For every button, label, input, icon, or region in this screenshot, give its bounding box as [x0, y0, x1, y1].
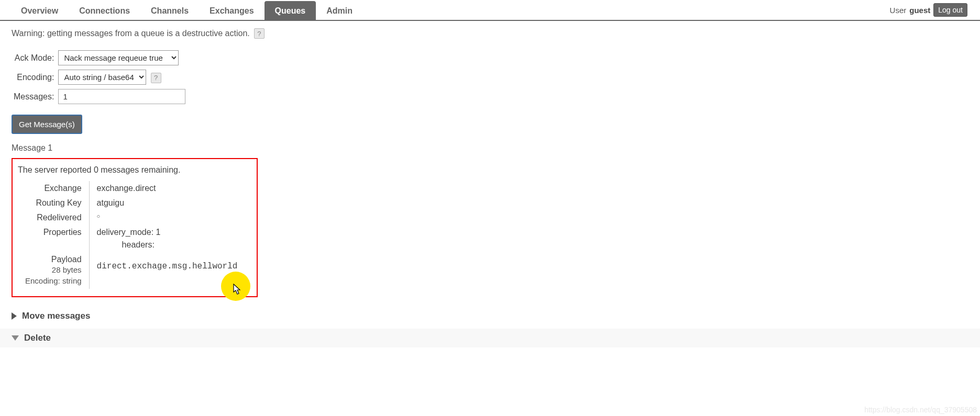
ack-mode-label: Ack Mode: — [12, 48, 56, 68]
payload-label: Payload — [25, 255, 82, 264]
redelivered-label: Redelivered — [18, 210, 89, 225]
cursor-icon — [233, 284, 242, 295]
user-name: guest — [909, 6, 930, 15]
message-heading: Message 1 — [12, 143, 968, 153]
properties-label: Properties — [18, 225, 89, 252]
user-label: User — [890, 6, 907, 15]
delivery-mode-value: delivery_mode: 1 — [97, 228, 161, 237]
tabs-bar: Overview Connections Channels Exchanges … — [0, 0, 980, 21]
exchange-label: Exchange — [18, 181, 89, 196]
tab-channels[interactable]: Channels — [140, 1, 199, 20]
get-messages-form: Ack Mode: Nack message requeue true Enco… — [12, 48, 188, 106]
payload-size: 28 bytes — [25, 264, 82, 275]
ack-mode-select[interactable]: Nack message requeue true — [58, 50, 179, 65]
routing-key-value: atguigu — [89, 196, 245, 210]
remaining-text: The server reported 0 messages remaining… — [18, 165, 249, 175]
chevron-right-icon — [12, 312, 17, 320]
chevron-down-icon — [12, 335, 19, 341]
warning-help-icon[interactable]: ? — [254, 28, 265, 39]
tab-queues[interactable]: Queues — [265, 1, 316, 20]
routing-key-label: Routing Key — [18, 196, 89, 210]
payload-label-cell: Payload 28 bytes Encoding: string — [18, 252, 89, 289]
cursor-highlight-icon — [221, 272, 250, 301]
tab-connections[interactable]: Connections — [69, 1, 140, 20]
tab-exchanges[interactable]: Exchanges — [199, 1, 264, 20]
encoding-label: Encoding: — [12, 68, 56, 87]
exchange-value: exchange.direct — [89, 181, 245, 196]
user-area: User guest Log out — [890, 3, 980, 20]
encoding-select[interactable]: Auto string / base64 — [58, 70, 146, 85]
messages-label: Messages: — [12, 87, 56, 106]
properties-value: delivery_mode: 1 headers: — [89, 225, 245, 252]
payload-encoding: Encoding: string — [25, 275, 82, 286]
message-details-table: Exchange exchange.direct Routing Key atg… — [18, 181, 245, 289]
tab-admin[interactable]: Admin — [316, 1, 363, 20]
headers-value: headers: — [97, 240, 238, 250]
delete-section[interactable]: Delete — [0, 329, 980, 347]
messages-input[interactable] — [58, 89, 185, 104]
watermark: https://blog.csdn.net/qq_37905508 — [864, 406, 977, 414]
move-messages-section[interactable]: Move messages — [12, 311, 968, 321]
move-messages-title: Move messages — [22, 311, 90, 321]
logout-button[interactable]: Log out — [933, 3, 967, 17]
content: Warning: getting messages from a queue i… — [0, 21, 980, 355]
message-result-box: The server reported 0 messages remaining… — [12, 158, 258, 297]
encoding-help-icon[interactable]: ? — [151, 73, 161, 83]
warning-text: Warning: getting messages from a queue i… — [12, 29, 250, 38]
redelivered-value: ○ — [89, 210, 245, 225]
delete-title: Delete — [24, 333, 51, 343]
warning-row: Warning: getting messages from a queue i… — [12, 28, 968, 39]
tab-overview[interactable]: Overview — [10, 1, 69, 20]
get-messages-button[interactable]: Get Message(s) — [12, 115, 82, 134]
